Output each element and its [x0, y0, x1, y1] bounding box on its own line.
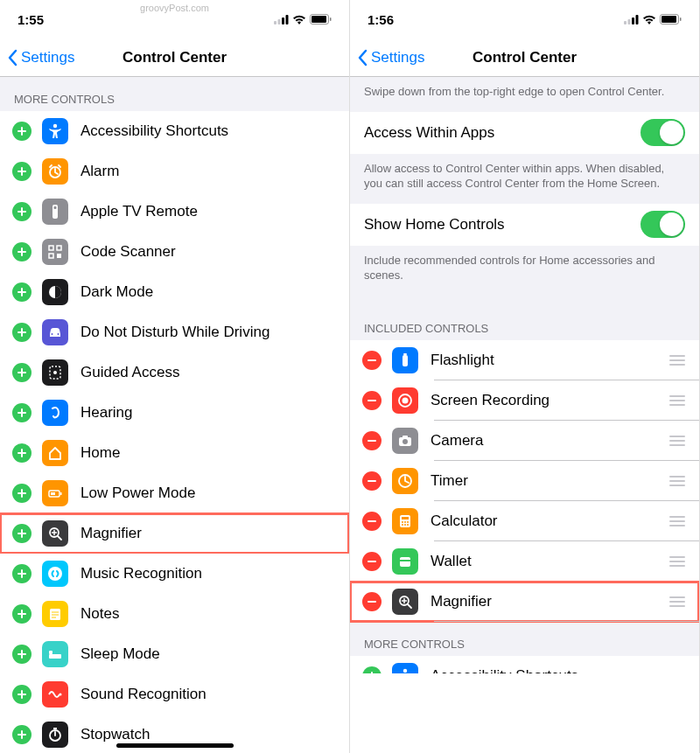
accessibility-shortcuts-icon — [42, 118, 68, 144]
control-label: Apple TV Remote — [80, 203, 337, 220]
control-row-dark-mode[interactable]: Dark Mode — [0, 272, 349, 312]
sleep-mode-icon — [42, 641, 68, 667]
add-button[interactable] — [12, 162, 32, 181]
guided-access-icon — [42, 359, 68, 386]
control-row-wallet[interactable]: Wallet — [350, 541, 699, 582]
control-row-low-power-mode[interactable]: Low Power Mode — [0, 473, 349, 513]
remove-button[interactable] — [362, 471, 382, 491]
control-label: Hearing — [80, 404, 337, 422]
control-row-apple-tv-remote[interactable]: Apple TV Remote — [0, 192, 349, 232]
svg-rect-2 — [282, 17, 284, 24]
add-button[interactable] — [12, 443, 32, 463]
section-header-included: INCLUDED CONTROLS — [350, 317, 699, 340]
add-button[interactable] — [12, 282, 32, 302]
add-button[interactable] — [12, 685, 32, 704]
control-row-magnifier[interactable]: Magnifier — [350, 582, 699, 622]
control-row-hearing[interactable]: Hearing — [0, 393, 349, 433]
status-time: 1:56 — [368, 12, 394, 27]
control-label: Calculator — [430, 512, 668, 530]
add-button[interactable] — [12, 564, 32, 583]
control-row-code-scanner[interactable]: Code Scanner — [0, 232, 349, 272]
low-power-mode-icon — [42, 480, 68, 506]
add-button[interactable] — [12, 645, 32, 664]
add-button[interactable] — [362, 666, 382, 673]
control-row-magnifier[interactable]: Magnifier — [0, 513, 349, 554]
camera-icon — [392, 428, 418, 454]
nav-bar: Settings Control Center — [350, 38, 699, 77]
timer-icon — [392, 468, 418, 494]
reorder-handle[interactable] — [668, 596, 687, 607]
control-label: Accessibility Shortcuts — [430, 667, 687, 673]
back-button[interactable]: Settings — [0, 49, 74, 66]
chevron-left-icon — [357, 49, 368, 66]
control-row-sound-recognition[interactable]: Sound Recognition — [0, 674, 349, 715]
svg-rect-13 — [680, 17, 682, 21]
access-label: Access Within Apps — [364, 124, 640, 142]
watermark: groovyPost.com — [140, 3, 209, 13]
control-row-camera[interactable]: Camera — [350, 421, 699, 461]
add-button[interactable] — [12, 484, 32, 503]
status-time: 1:55 — [18, 12, 44, 27]
access-toggle[interactable] — [640, 119, 685, 146]
control-row-music-recognition[interactable]: Music Recognition — [0, 554, 349, 594]
control-row-notes[interactable]: Notes — [0, 594, 349, 634]
svg-rect-1 — [278, 19, 281, 24]
home-controls-toggle[interactable] — [640, 211, 685, 238]
add-button[interactable] — [12, 122, 32, 141]
access-within-apps-row[interactable]: Access Within Apps — [350, 112, 699, 154]
control-label: Flashlight — [430, 352, 668, 369]
remove-button[interactable] — [362, 592, 382, 611]
remove-button[interactable] — [362, 431, 382, 450]
hearing-icon — [42, 400, 68, 426]
status-bar: 1:56 — [350, 0, 699, 38]
notes-icon — [42, 601, 68, 627]
add-button[interactable] — [12, 524, 32, 543]
nav-bar: Settings Control Center — [0, 38, 349, 77]
control-row-calculator[interactable]: Calculator — [350, 501, 699, 541]
dnd-driving-icon — [42, 319, 68, 345]
remove-button[interactable] — [362, 552, 382, 571]
dark-mode-icon — [42, 279, 68, 305]
add-button[interactable] — [12, 725, 32, 744]
control-row-flashlight[interactable]: Flashlight — [350, 340, 699, 380]
control-row-timer[interactable]: Timer — [350, 461, 699, 501]
remove-button[interactable] — [362, 512, 382, 531]
svg-rect-6 — [330, 17, 332, 21]
control-label: Music Recognition — [80, 565, 337, 582]
control-label: Accessibility Shortcuts — [80, 122, 337, 140]
add-button[interactable] — [12, 202, 32, 221]
add-button[interactable] — [12, 403, 32, 422]
control-label: Notes — [80, 605, 337, 623]
remove-button[interactable] — [362, 391, 382, 410]
reorder-handle[interactable] — [668, 436, 687, 446]
wifi-icon — [642, 14, 656, 24]
reorder-handle[interactable] — [668, 476, 687, 486]
control-row-alarm[interactable]: Alarm — [0, 151, 349, 192]
control-row-screen-recording[interactable]: Screen Recording — [350, 380, 699, 421]
remove-button[interactable] — [362, 351, 382, 370]
control-label: Stopwatch — [80, 726, 337, 743]
add-button[interactable] — [12, 242, 32, 261]
back-button[interactable]: Settings — [350, 49, 424, 66]
access-description: Allow access to Control Center within ap… — [350, 154, 699, 204]
music-recognition-icon — [42, 561, 68, 587]
control-label: Screen Recording — [430, 392, 668, 409]
reorder-handle[interactable] — [668, 355, 687, 366]
reorder-handle[interactable] — [668, 516, 687, 526]
back-label: Settings — [21, 49, 74, 66]
svg-rect-0 — [274, 21, 276, 24]
control-row-accessibility-shortcuts[interactable]: Accessibility Shortcuts — [0, 111, 349, 151]
section-header-more-right: MORE CONTROLS — [350, 622, 699, 656]
control-row-home[interactable]: Home — [0, 433, 349, 473]
reorder-handle[interactable] — [668, 395, 687, 406]
control-row-sleep-mode[interactable]: Sleep Mode — [0, 634, 349, 674]
control-row-guided-access[interactable]: Guided Access — [0, 352, 349, 393]
control-row-accessibility-shortcuts[interactable]: Accessibility Shortcuts — [350, 656, 699, 673]
add-button[interactable] — [12, 363, 32, 382]
reorder-handle[interactable] — [668, 556, 687, 567]
show-home-controls-row[interactable]: Show Home Controls — [350, 204, 699, 246]
add-button[interactable] — [12, 323, 32, 342]
control-row-dnd-driving[interactable]: Do Not Disturb While Driving — [0, 312, 349, 352]
sound-recognition-icon — [42, 681, 68, 708]
add-button[interactable] — [12, 604, 32, 624]
